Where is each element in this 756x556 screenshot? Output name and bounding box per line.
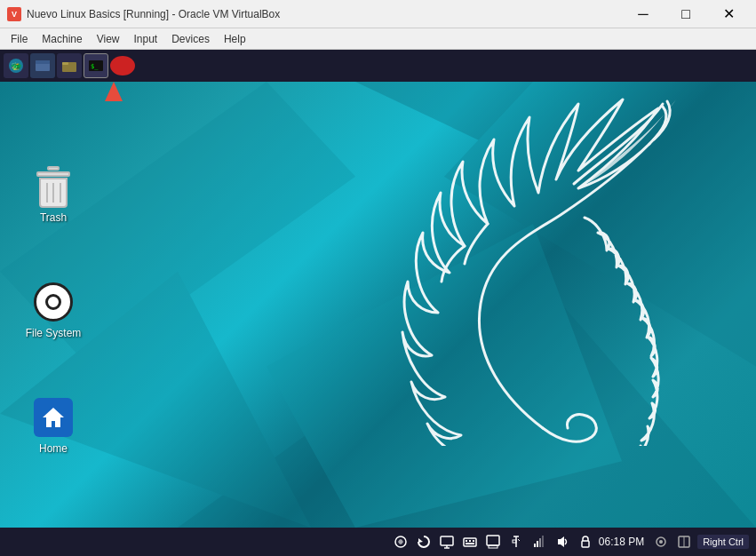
svg-line-31: [518, 539, 520, 541]
svg-rect-27: [487, 536, 499, 545]
home-icon[interactable]: Home: [18, 393, 89, 458]
svg-rect-28: [489, 545, 497, 548]
svg-point-39: [659, 540, 663, 544]
menubar: File Machine View Input Devices Help: [0, 28, 756, 50]
close-button[interactable]: ✕: [708, 0, 749, 28]
home-label: Home: [39, 442, 68, 455]
lock-icon[interactable]: [576, 532, 595, 552]
svg-marker-16: [43, 408, 64, 427]
window-title: Nuevo Linux Basics [Running] - Oracle VM…: [27, 8, 623, 20]
home-image: [32, 396, 75, 439]
trash-label: Trash: [40, 211, 67, 224]
taskbar-kali-btn[interactable]: 🐲: [4, 53, 28, 78]
trash-icon[interactable]: Trash: [18, 162, 89, 227]
filesystem-icon[interactable]: File System: [18, 277, 89, 343]
keyboard-icon[interactable]: [460, 532, 480, 552]
vm-taskbar: 🐲 $_: [0, 50, 756, 82]
titlebar: V Nuevo Linux Basics [Running] - Oracle …: [0, 0, 756, 28]
svg-rect-25: [473, 540, 474, 542]
taskbar-close-btn[interactable]: [110, 56, 135, 75]
menu-machine[interactable]: Machine: [35, 28, 89, 49]
menu-devices[interactable]: Devices: [164, 28, 217, 49]
svg-rect-22: [464, 538, 476, 546]
taskbar-browser-btn[interactable]: [30, 53, 55, 78]
menu-file[interactable]: File: [4, 28, 35, 49]
trash-image: [32, 165, 75, 208]
filesystem-image: [32, 281, 75, 323]
desktop: Trash File System Home: [0, 82, 756, 528]
svg-rect-26: [466, 543, 474, 544]
menu-input[interactable]: Input: [127, 28, 165, 49]
filesystem-label: File System: [26, 327, 82, 339]
taskbar-files-btn[interactable]: [57, 53, 82, 78]
time-display: 06:18 PM: [599, 536, 644, 548]
svg-marker-36: [558, 536, 564, 547]
minimize-button[interactable]: ─: [623, 0, 664, 28]
svg-rect-24: [469, 540, 471, 542]
svg-rect-32: [534, 544, 536, 547]
svg-rect-19: [441, 536, 453, 545]
network-icon[interactable]: [391, 532, 410, 552]
usb-icon[interactable]: [506, 532, 526, 552]
svg-marker-18: [418, 538, 423, 543]
svg-text:🐲: 🐲: [11, 60, 22, 72]
tray-extra-2[interactable]: [674, 532, 694, 552]
maximize-button[interactable]: □: [665, 0, 706, 28]
indicator-arrow: [105, 82, 123, 101]
system-tray: 06:18 PM Right Ctrl: [0, 528, 756, 556]
taskbar-terminal-btn[interactable]: $_: [84, 53, 108, 78]
svg-text:V: V: [12, 10, 17, 19]
svg-rect-35: [542, 536, 544, 547]
svg-rect-33: [537, 541, 538, 547]
svg-rect-7: [62, 62, 68, 65]
kali-dragon: [401, 91, 685, 446]
virtualbox-icon: V: [7, 7, 21, 21]
tray-extra-1[interactable]: [651, 532, 671, 552]
svg-rect-23: [466, 540, 467, 542]
sound-icon[interactable]: [553, 532, 572, 552]
refresh-icon[interactable]: [414, 532, 434, 552]
svg-rect-37: [582, 541, 589, 547]
menu-view[interactable]: View: [90, 28, 127, 49]
menu-help[interactable]: Help: [217, 28, 253, 49]
svg-rect-34: [539, 538, 541, 547]
window-controls: ─ □ ✕: [623, 0, 749, 28]
display-icon[interactable]: [437, 532, 457, 552]
signal-icon[interactable]: [529, 532, 549, 552]
svg-text:$_: $_: [91, 63, 99, 70]
right-ctrl-label[interactable]: Right Ctrl: [697, 535, 749, 549]
svg-rect-5: [36, 60, 50, 64]
screen-icon[interactable]: [483, 532, 503, 552]
